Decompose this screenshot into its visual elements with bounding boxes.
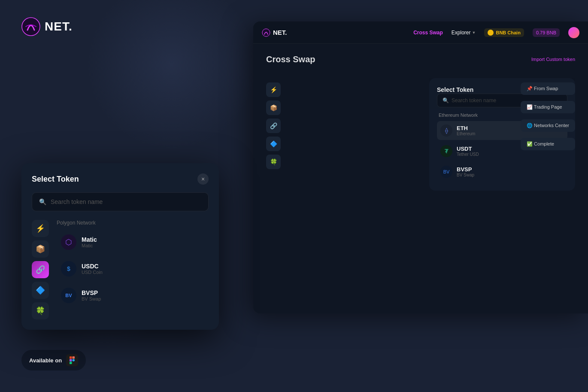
usdt-token-sub: Tether USD <box>457 152 479 157</box>
modal-header: Select Token × <box>32 173 209 185</box>
modal-title: Select Token <box>32 175 79 184</box>
svg-rect-4 <box>70 359 72 362</box>
sidebar-bnb-btn[interactable]: 📦 <box>32 240 49 258</box>
usdt-token-icon: ₮ <box>440 145 452 157</box>
token-item-bvsp[interactable]: BV BVSP BV Swap <box>56 283 209 307</box>
logo-icon <box>21 17 40 36</box>
token-list: Polygon Network ⬡ Matic Matic $ USDC USD… <box>56 220 209 319</box>
bvsp-token-name: BVSP <box>457 166 474 173</box>
modal-close-button[interactable]: × <box>197 173 209 185</box>
nav-logo-text: NET. <box>273 29 287 36</box>
svg-rect-1 <box>66 354 78 366</box>
sidebar-polygon-btn[interactable]: ⚡ <box>32 220 49 237</box>
browser-mockup: NET. Cross Swap Explorer ▼ BNB Chain 0.7… <box>253 21 588 313</box>
modal-sidebar: ⚡ 📦 🔗 🔷 🍀 <box>32 220 49 319</box>
browser-content: Cross Swap Import Custom token ⚡ 📦 🔗 🔷 🍀… <box>253 44 588 75</box>
main-modal: Select Token × 🔍 Search token name ⚡ 📦 🔗… <box>21 163 219 330</box>
svg-rect-3 <box>73 356 75 359</box>
matic-info: Matic Matic <box>82 236 97 248</box>
token-item-matic[interactable]: ⬡ Matic Matic <box>56 230 209 254</box>
link-side-icon[interactable]: 🔗 <box>266 119 281 133</box>
browser-side-icons: ⚡ 📦 🔗 🔷 🍀 <box>266 82 281 169</box>
svg-rect-2 <box>70 356 72 359</box>
bnb-icon <box>488 30 494 36</box>
modal-search-placeholder: Search token name <box>51 198 103 205</box>
network-label: Polygon Network <box>56 220 209 226</box>
bvsp-icon: BV <box>61 288 76 303</box>
available-badge: Available on <box>21 350 86 371</box>
matic-icon: ⬡ <box>61 234 76 250</box>
nav-logo: NET. <box>262 28 287 37</box>
bvsp-name: BVSP <box>82 289 101 296</box>
polygon-side-icon[interactable]: ⚡ <box>266 82 281 97</box>
svg-point-0 <box>22 18 40 36</box>
nav-explorer[interactable]: Explorer ▼ <box>452 30 476 36</box>
nav-cross-swap[interactable]: Cross Swap <box>413 30 443 36</box>
matic-name: Matic <box>82 236 97 243</box>
bg-search-placeholder: Search token name <box>452 97 496 103</box>
bvsp-token-icon: BV <box>440 166 452 178</box>
usdt-token-name: USDT <box>457 146 479 152</box>
svg-point-6 <box>73 359 75 362</box>
label-from-swap: 📌 From Swap <box>521 82 575 95</box>
figma-icon <box>66 354 78 366</box>
usdc-icon: $ <box>61 261 76 277</box>
bg-modal-title: Select Token <box>437 86 473 93</box>
chevron-down-icon: ▼ <box>472 30 476 35</box>
modal-body: ⚡ 📦 🔗 🔷 🍀 Polygon Network ⬡ Matic Matic … <box>32 220 209 319</box>
usdc-sub: USD Coin <box>82 270 103 275</box>
matic-sub: Matic <box>82 243 97 248</box>
eth-side-icon[interactable]: 🔷 <box>266 137 281 151</box>
nav-logo-icon <box>262 28 270 37</box>
sidebar-link-btn[interactable]: 🔗 <box>32 261 49 278</box>
modal-search-icon: 🔍 <box>39 198 46 205</box>
available-text: Available on <box>29 357 62 364</box>
token-item-usdc[interactable]: $ USDC USD Coin <box>56 257 209 281</box>
usdc-name: USDC <box>82 263 103 270</box>
svg-point-7 <box>262 29 270 36</box>
bvsp-info: BVSP BV Swap <box>82 289 101 301</box>
browser-navbar: NET. Cross Swap Explorer ▼ BNB Chain 0.7… <box>253 21 588 44</box>
bg-token-item-bvsp[interactable]: BV BVSP BV Swap <box>437 162 567 181</box>
page-title: Cross Swap <box>266 55 315 64</box>
nav-avatar[interactable] <box>568 27 579 38</box>
label-complete: ✅ Complete <box>521 138 575 150</box>
eth-token-name: ETH <box>457 125 475 131</box>
bvsp-token-sub: BV Swap <box>457 173 474 177</box>
close-icon: × <box>201 176 205 182</box>
eth-token-sub: Ethereum <box>457 131 475 136</box>
svg-rect-5 <box>70 362 72 365</box>
bg-search-icon: 🔍 <box>443 97 449 103</box>
logo-area: NET. <box>21 17 206 36</box>
nav-bnb-chain[interactable]: BNB Chain <box>484 28 524 37</box>
logo-text: NET. <box>45 20 73 33</box>
bvsp-sub: BV Swap <box>82 296 101 301</box>
sidebar-extra-btn[interactable]: 🍀 <box>32 302 49 319</box>
extra-side-icon[interactable]: 🍀 <box>266 155 281 169</box>
label-trading: 📈 Trading Page <box>521 101 575 113</box>
right-panel: NET. Cross Swap Explorer ▼ BNB Chain 0.7… <box>236 0 588 392</box>
label-network: 🌐 Networks Center <box>521 119 575 132</box>
usdc-info: USDC USD Coin <box>82 263 103 275</box>
right-labels: 📌 From Swap 📈 Trading Page 🌐 Networks Ce… <box>521 82 575 150</box>
nav-bnb-text: BNB Chain <box>496 30 520 35</box>
eth-token-icon: ⟠ <box>440 125 452 137</box>
modal-search-field[interactable]: 🔍 Search token name <box>32 192 209 211</box>
bnb-side-icon[interactable]: 📦 <box>266 100 281 115</box>
sidebar-eth-btn[interactable]: 🔷 <box>32 282 49 299</box>
nav-balance: 0.79 BNB <box>533 28 560 37</box>
import-token-link[interactable]: Import Custom token <box>531 57 575 62</box>
